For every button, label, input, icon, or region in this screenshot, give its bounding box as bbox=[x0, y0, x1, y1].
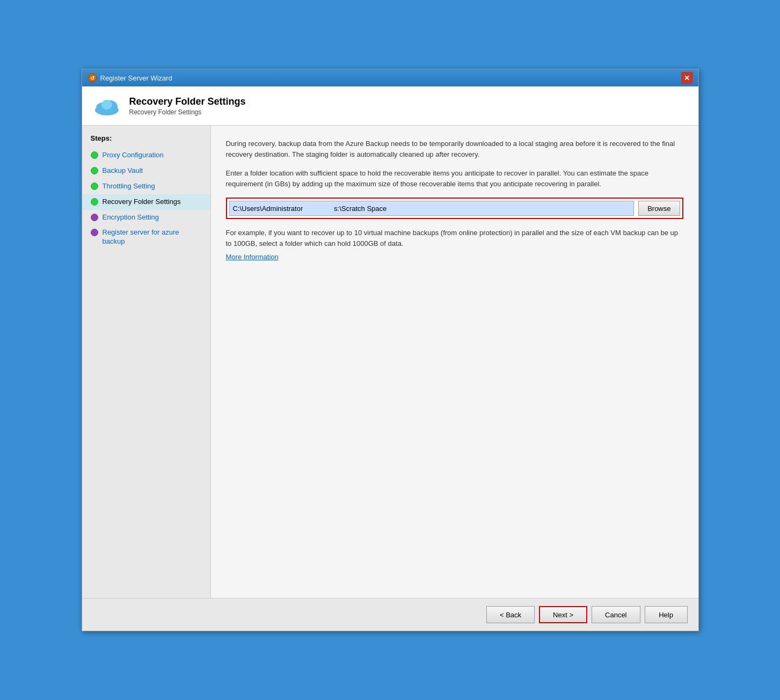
sidebar-label-backup-vault: Backup Vault bbox=[103, 166, 143, 176]
folder-path-input[interactable] bbox=[229, 201, 635, 216]
main-content-panel: During recovery, backup data from the Az… bbox=[211, 126, 698, 598]
svg-point-5 bbox=[101, 100, 112, 110]
footer: < Back Next > Cancel Help bbox=[82, 598, 698, 631]
sidebar-item-register-server[interactable]: Register server for azure backup bbox=[82, 225, 210, 250]
folder-input-row: Browse bbox=[226, 198, 683, 219]
window-title: Register Server Wizard bbox=[100, 74, 172, 82]
main-window: ↺ Register Server Wizard ✕ Recovery Fold… bbox=[82, 69, 699, 631]
back-button[interactable]: < Back bbox=[486, 606, 535, 623]
title-bar-left: ↺ Register Server Wizard bbox=[88, 73, 172, 83]
sidebar-label-register: Register server for azure backup bbox=[103, 228, 202, 246]
sidebar-label-recovery-folder: Recovery Folder Settings bbox=[103, 198, 181, 207]
page-title: Recovery Folder Settings bbox=[129, 96, 246, 107]
app-icon: ↺ bbox=[88, 73, 97, 83]
header-area: Recovery Folder Settings Recovery Folder… bbox=[82, 86, 698, 126]
step-icon-throttling bbox=[91, 183, 98, 190]
sidebar-label-throttling: Throttling Setting bbox=[103, 182, 155, 191]
sidebar-label-proxy: Proxy Configuration bbox=[103, 151, 164, 160]
sidebar: Steps: Proxy Configuration Backup Vault … bbox=[82, 126, 211, 598]
close-button[interactable]: ✕ bbox=[681, 72, 693, 84]
sidebar-item-encryption-setting[interactable]: Encryption Setting bbox=[82, 210, 210, 225]
browse-button[interactable]: Browse bbox=[638, 201, 680, 216]
example-text: For example, if you want to recover up t… bbox=[226, 228, 683, 249]
header-text: Recovery Folder Settings Recovery Folder… bbox=[129, 96, 246, 116]
cloud-icon bbox=[93, 95, 121, 116]
step-icon-proxy bbox=[91, 151, 98, 159]
help-button[interactable]: Help bbox=[645, 606, 688, 623]
sidebar-item-recovery-folder[interactable]: Recovery Folder Settings bbox=[82, 194, 210, 210]
next-button[interactable]: Next > bbox=[539, 606, 587, 623]
step-icon-recovery-folder bbox=[91, 198, 98, 206]
sidebar-item-backup-vault[interactable]: Backup Vault bbox=[82, 163, 210, 179]
sidebar-item-throttling-setting[interactable]: Throttling Setting bbox=[82, 179, 210, 194]
title-bar: ↺ Register Server Wizard ✕ bbox=[82, 69, 698, 86]
page-subtitle: Recovery Folder Settings bbox=[129, 108, 246, 116]
step-icon-encryption bbox=[91, 214, 98, 221]
steps-label: Steps: bbox=[82, 134, 210, 148]
step-icon-backup-vault bbox=[91, 167, 98, 174]
more-information-link[interactable]: More Information bbox=[226, 253, 279, 261]
cancel-button[interactable]: Cancel bbox=[592, 606, 640, 623]
sidebar-item-proxy-configuration[interactable]: Proxy Configuration bbox=[82, 148, 210, 163]
step-icon-register bbox=[91, 229, 98, 236]
description-2: Enter a folder location with sufficient … bbox=[226, 168, 683, 189]
svg-text:↺: ↺ bbox=[90, 75, 95, 81]
description-1: During recovery, backup data from the Az… bbox=[226, 138, 683, 159]
sidebar-label-encryption: Encryption Setting bbox=[103, 213, 159, 222]
content-area: Steps: Proxy Configuration Backup Vault … bbox=[82, 126, 698, 598]
